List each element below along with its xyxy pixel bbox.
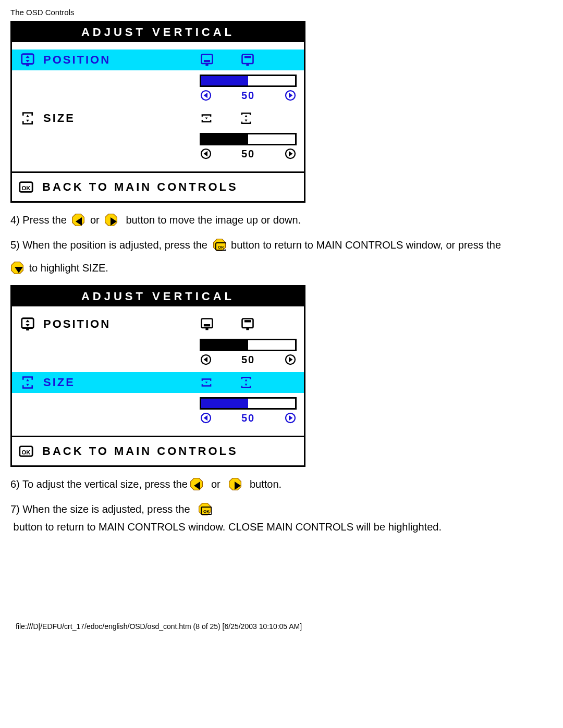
osd-title: ADJUST VERTICAL: [12, 22, 304, 42]
back-label: BACK TO MAIN CONTROLS: [42, 180, 238, 194]
position-high-icon: [240, 317, 255, 331]
osd-panel-position: ADJUST VERTICAL POSITION: [10, 21, 305, 203]
size-small-icon: [200, 112, 213, 125]
osd-back-row[interactable]: BACK TO MAIN CONTROLS: [12, 437, 304, 465]
osd-row-position[interactable]: POSITION: [12, 314, 304, 335]
arrow-left-icon[interactable]: [200, 353, 212, 366]
size-icon: [12, 111, 43, 126]
step-6: 6) To adjust the vertical size, press th…: [10, 476, 553, 492]
arrow-right-icon[interactable]: [284, 147, 297, 160]
left-button-icon: [190, 477, 203, 491]
back-label: BACK TO MAIN CONTROLS: [42, 445, 238, 458]
size-icon: [12, 375, 43, 390]
osd-row-position[interactable]: POSITION: [12, 50, 304, 70]
left-button-icon: [71, 213, 85, 227]
down-button-icon: [10, 261, 24, 275]
arrow-left-icon[interactable]: [200, 89, 212, 102]
right-button-icon: [104, 213, 118, 227]
svg-text:OK: OK: [218, 245, 224, 250]
ok-button-icon: OK: [198, 502, 212, 516]
svg-text:OK: OK: [203, 509, 210, 514]
page-title: The OSD Controls: [10, 8, 553, 17]
position-label: POSITION: [43, 317, 200, 331]
step-7: 7) When the size is adjusted, press the …: [10, 501, 553, 535]
position-label: POSITION: [43, 53, 200, 67]
size-small-icon: [200, 376, 213, 389]
osd-row-size[interactable]: SIZE: [12, 372, 304, 393]
step-4: 4) Press the or button to move the image…: [10, 212, 553, 228]
size-slider-block: 50: [12, 393, 304, 430]
arrow-right-icon[interactable]: [284, 412, 297, 424]
position-slider-block: 50: [12, 70, 304, 108]
right-button-icon: [228, 477, 242, 491]
ok-icon: [17, 443, 35, 459]
footer-path: file:///D|/EDFU/crt_17/edoc/english/OSD/…: [0, 544, 563, 636]
size-slider[interactable]: [200, 133, 297, 145]
position-low-icon: [200, 53, 214, 67]
size-label: SIZE: [43, 376, 200, 389]
position-high-icon: [240, 53, 255, 67]
size-slider[interactable]: [200, 397, 297, 410]
position-value: 50: [241, 90, 255, 102]
size-value: 50: [241, 148, 255, 160]
osd-title: ADJUST VERTICAL: [12, 287, 304, 306]
position-low-icon: [200, 317, 214, 331]
arrow-left-icon[interactable]: [200, 412, 212, 424]
ok-button-icon: OK: [213, 238, 226, 252]
position-slider-block: 50: [12, 335, 304, 372]
ok-icon: [17, 179, 35, 195]
arrow-right-icon[interactable]: [284, 353, 297, 366]
step-5: 5) When the position is adjusted, press …: [10, 237, 553, 276]
osd-panel-size: ADJUST VERTICAL POSITION: [10, 285, 305, 467]
size-large-icon: [239, 376, 253, 389]
position-slider[interactable]: [200, 339, 297, 351]
osd-row-size[interactable]: SIZE: [12, 108, 304, 129]
arrow-right-icon[interactable]: [284, 89, 297, 102]
size-value: 50: [241, 412, 255, 424]
position-slider[interactable]: [200, 75, 297, 87]
position-icon: [12, 52, 43, 68]
osd-back-row[interactable]: BACK TO MAIN CONTROLS: [12, 173, 304, 201]
size-slider-block: 50: [12, 129, 304, 166]
arrow-left-icon[interactable]: [200, 147, 212, 160]
size-large-icon: [239, 112, 253, 125]
size-label: SIZE: [43, 112, 200, 125]
position-value: 50: [241, 354, 255, 366]
position-icon: [12, 316, 43, 332]
